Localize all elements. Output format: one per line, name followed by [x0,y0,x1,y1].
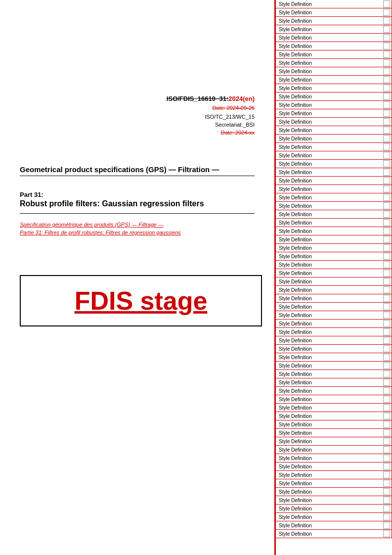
style-definition-item[interactable]: Style Definition [276,278,392,286]
style-item-checkbox[interactable] [383,76,390,83]
style-item-checkbox[interactable] [383,93,390,100]
style-item-checkbox[interactable] [383,202,390,209]
style-definition-item[interactable]: Style Definition [276,336,392,345]
style-definition-item[interactable]: Style Definition [276,219,392,227]
style-item-checkbox[interactable] [383,413,390,419]
style-definition-item[interactable]: Style Definition [276,84,392,92]
style-item-checkbox[interactable] [383,127,390,134]
style-item-checkbox[interactable] [383,9,390,16]
style-item-checkbox[interactable] [383,169,390,176]
style-item-checkbox[interactable] [383,68,390,75]
style-item-checkbox[interactable] [383,404,390,411]
style-definition-item[interactable]: Style Definition [276,404,392,412]
style-item-checkbox[interactable] [383,438,390,445]
style-item-checkbox[interactable] [383,34,390,41]
style-definition-item[interactable]: Style Definition [276,101,392,109]
style-definition-item[interactable]: Style Definition [276,235,392,244]
style-item-checkbox[interactable] [383,59,390,66]
style-definition-item[interactable]: Style Definition [276,303,392,311]
style-definition-item[interactable]: Style Definition [276,126,392,135]
style-definition-item[interactable]: Style Definition [276,269,392,278]
style-item-checkbox[interactable] [383,143,390,150]
style-item-checkbox[interactable] [383,228,390,234]
style-item-checkbox[interactable] [383,345,390,352]
style-definition-item[interactable]: Style Definition [276,362,392,370]
style-item-checkbox[interactable] [383,488,390,495]
style-item-checkbox[interactable] [383,244,390,251]
style-item-checkbox[interactable] [383,194,390,201]
style-item-checkbox[interactable] [383,480,390,487]
style-definition-item[interactable]: Style Definition [276,261,392,269]
style-definition-item[interactable]: Style Definition [276,513,392,521]
style-definition-item[interactable]: Style Definition [276,8,392,17]
style-definition-item[interactable]: Style Definition [276,160,392,168]
style-item-checkbox[interactable] [383,51,390,58]
style-definition-item[interactable]: Style Definition [276,311,392,320]
style-definition-item[interactable]: Style Definition [276,387,392,395]
style-definition-item[interactable]: Style Definition [276,370,392,378]
style-item-checkbox[interactable] [383,211,390,218]
style-item-checkbox[interactable] [383,429,390,436]
style-definition-item[interactable]: Style Definition [276,412,392,420]
style-definition-item[interactable]: Style Definition [276,488,392,496]
style-item-checkbox[interactable] [383,421,390,428]
style-item-checkbox[interactable] [383,337,390,344]
style-definition-item[interactable]: Style Definition [276,210,392,219]
style-item-checkbox[interactable] [383,312,390,319]
style-definition-item[interactable]: Style Definition [276,462,392,471]
style-item-checkbox[interactable] [383,236,390,243]
style-definition-item[interactable]: Style Definition [276,168,392,177]
style-definition-item[interactable]: Style Definition [276,353,392,362]
style-item-checkbox[interactable] [383,278,390,285]
style-item-checkbox[interactable] [383,219,390,226]
style-definition-item[interactable]: Style Definition [276,345,392,353]
style-definition-item[interactable]: Style Definition [276,59,392,67]
style-definition-item[interactable]: Style Definition [276,25,392,34]
style-item-checkbox[interactable] [383,362,390,369]
style-item-checkbox[interactable] [383,110,390,117]
style-item-checkbox[interactable] [383,26,390,33]
style-item-checkbox[interactable] [383,320,390,327]
style-item-checkbox[interactable] [383,387,390,394]
style-definition-item[interactable]: Style Definition [276,42,392,50]
style-item-checkbox[interactable] [383,513,390,520]
style-item-checkbox[interactable] [383,261,390,268]
style-item-checkbox[interactable] [383,118,390,125]
style-item-checkbox[interactable] [383,455,390,462]
style-item-checkbox[interactable] [383,160,390,167]
style-item-checkbox[interactable] [383,328,390,335]
style-item-checkbox[interactable] [383,522,390,529]
style-definition-item[interactable]: Style Definition [276,454,392,462]
style-definition-item[interactable]: Style Definition [276,320,392,328]
style-item-checkbox[interactable] [383,185,390,192]
style-definition-item[interactable]: Style Definition [276,50,392,59]
style-item-checkbox[interactable] [383,0,390,7]
style-item-checkbox[interactable] [383,43,390,49]
style-item-checkbox[interactable] [383,253,390,260]
style-item-checkbox[interactable] [383,370,390,377]
style-definition-item[interactable]: Style Definition [276,429,392,437]
style-definition-item[interactable]: Style Definition [276,395,392,404]
style-definition-item[interactable]: Style Definition [276,505,392,513]
style-definition-item[interactable]: Style Definition [276,530,392,538]
style-item-checkbox[interactable] [383,530,390,537]
style-definition-item[interactable]: Style Definition [276,294,392,303]
style-definition-item[interactable]: Style Definition [276,252,392,261]
style-definition-item[interactable]: Style Definition [276,437,392,446]
style-item-checkbox[interactable] [383,135,390,142]
style-definition-item[interactable]: Style Definition [276,244,392,252]
style-item-checkbox[interactable] [383,17,390,24]
style-definition-item[interactable]: Style Definition [276,227,392,235]
style-definition-item[interactable]: Style Definition [276,92,392,101]
style-definition-item[interactable]: Style Definition [276,34,392,42]
style-definition-item[interactable]: Style Definition [276,109,392,118]
style-definition-item[interactable]: Style Definition [276,446,392,454]
style-item-checkbox[interactable] [383,85,390,92]
style-definition-item[interactable]: Style Definition [276,496,392,505]
style-definition-item[interactable]: Style Definition [276,479,392,488]
style-item-checkbox[interactable] [383,177,390,184]
style-item-checkbox[interactable] [383,303,390,310]
style-item-checkbox[interactable] [383,463,390,470]
style-definition-item[interactable]: Style Definition [276,118,392,126]
style-definition-item[interactable]: Style Definition [276,76,392,84]
